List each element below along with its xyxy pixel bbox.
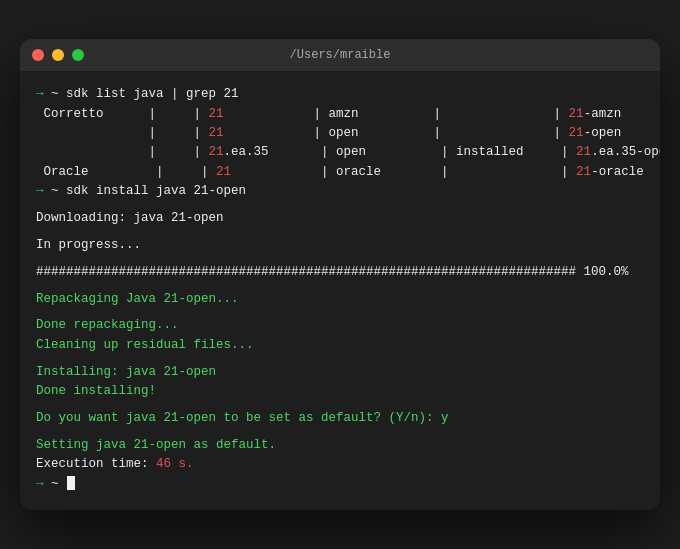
line-progress: ########################################…: [36, 263, 644, 282]
line-1: → ~ sdk list java | grep 21: [36, 85, 644, 104]
blank-1: [36, 201, 644, 209]
line-done-repackaging: Done repackaging...: [36, 316, 644, 335]
terminal-body[interactable]: → ~ sdk list java | grep 21 Corretto | |…: [20, 71, 660, 510]
blank-2: [36, 228, 644, 236]
terminal-window: /Users/mraible → ~ sdk list java | grep …: [20, 39, 660, 510]
maximize-button[interactable]: [72, 49, 84, 61]
title-bar: /Users/mraible: [20, 39, 660, 71]
line-6: → ~ sdk install java 21-open: [36, 182, 644, 201]
traffic-lights: [32, 49, 84, 61]
blank-8: [36, 428, 644, 436]
blank-4: [36, 282, 644, 290]
line-inprogress: In progress...: [36, 236, 644, 255]
line-installing: Installing: java 21-open: [36, 363, 644, 382]
line-repackaging: Repackaging Java 21-open...: [36, 290, 644, 309]
line-4: | | 21.ea.35 | open | installed | 21.ea.…: [36, 143, 644, 162]
line-setting-default: Setting java 21-open as default.: [36, 436, 644, 455]
blank-5: [36, 309, 644, 317]
line-execution-time: Execution time: 46 s.: [36, 455, 644, 474]
line-5: Oracle | | 21 | oracle | | 21-oracle: [36, 163, 644, 182]
line-downloading: Downloading: java 21-open: [36, 209, 644, 228]
line-2: Corretto | | 21 | amzn | | 21-amzn: [36, 105, 644, 124]
blank-3: [36, 255, 644, 263]
line-done-installing: Done installing!: [36, 382, 644, 401]
line-3: | | 21 | open | | 21-open: [36, 124, 644, 143]
line-cleaning: Cleaning up residual files...: [36, 336, 644, 355]
line-default-prompt: Do you want java 21-open to be set as de…: [36, 409, 644, 428]
blank-6: [36, 355, 644, 363]
line-final-prompt: → ~: [36, 475, 644, 494]
close-button[interactable]: [32, 49, 44, 61]
minimize-button[interactable]: [52, 49, 64, 61]
window-title: /Users/mraible: [290, 48, 391, 62]
blank-7: [36, 401, 644, 409]
